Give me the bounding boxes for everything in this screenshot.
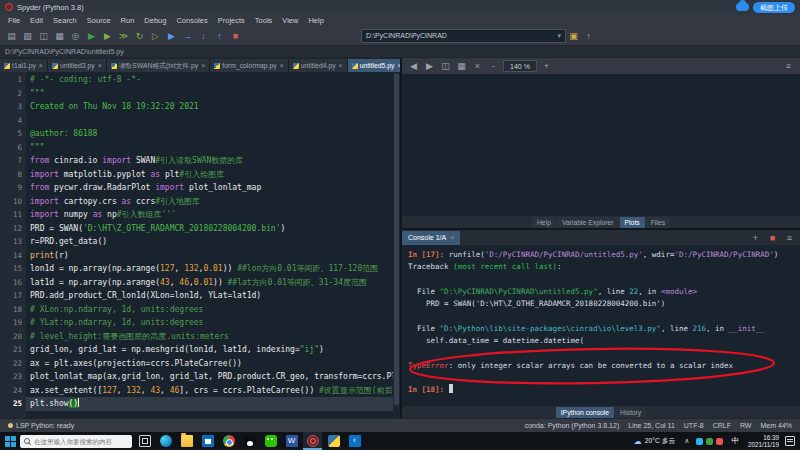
editor-tab-2[interactable]: untitled3.py× [48, 59, 107, 72]
browse-directory-button[interactable]: ▣ [566, 28, 581, 43]
remove-plot-button[interactable]: × [470, 59, 485, 74]
menu-item-file[interactable]: File [3, 16, 25, 25]
line-number[interactable]: 17 [0, 289, 22, 303]
start-button[interactable] [3, 434, 17, 448]
tray-app-icon-2[interactable] [706, 438, 713, 445]
menu-item-tools[interactable]: Tools [250, 16, 278, 25]
line-number[interactable]: 2 [0, 87, 22, 101]
console-bottom-tab-ipython-console[interactable]: IPython console [556, 407, 614, 418]
line-number[interactable]: 23 [0, 370, 22, 384]
menu-item-debug[interactable]: Debug [139, 16, 171, 25]
step-into-button[interactable]: ↓ [196, 28, 211, 43]
line-number[interactable]: 19 [0, 316, 22, 330]
step-over-button[interactable]: → [180, 28, 195, 43]
menu-item-help[interactable]: Help [303, 16, 328, 25]
close-tab-icon[interactable]: × [201, 62, 205, 69]
line-number[interactable]: 21 [0, 343, 22, 357]
editor-scrollbar[interactable] [393, 72, 400, 418]
new-console-button[interactable]: + [748, 230, 763, 245]
vscode-taskbar-button[interactable] [345, 432, 364, 450]
editor-tab-1[interactable]: t1al1.py× [0, 59, 48, 72]
taskbar-search[interactable] [20, 435, 132, 448]
explorer-taskbar-button[interactable] [177, 432, 196, 450]
taskbar-clock[interactable]: 16:39 2021/11/19 [745, 434, 782, 448]
pane-tab-help[interactable]: Help [532, 217, 556, 228]
copy-plot-button[interactable]: ▦ [454, 59, 469, 74]
line-number[interactable]: 9 [0, 181, 22, 195]
word-taskbar-button[interactable] [282, 432, 301, 450]
weather-widget[interactable]: ☁ 20°C 多云 [630, 436, 680, 446]
line-number[interactable]: 7 [0, 154, 22, 168]
next-plot-button[interactable]: ▶ [422, 59, 437, 74]
rerun-cell-button[interactable]: ↻ [132, 28, 147, 43]
code-editor[interactable]: 1234567891011121314151617181920212223242… [0, 72, 400, 418]
line-number[interactable]: 6 [0, 141, 22, 155]
menu-item-consoles[interactable]: Consoles [171, 16, 212, 25]
menu-item-projects[interactable]: Projects [213, 16, 250, 25]
close-tab-icon[interactable]: × [339, 62, 343, 69]
edge-taskbar-button[interactable] [156, 432, 175, 450]
line-number[interactable]: 22 [0, 357, 22, 371]
menu-item-source[interactable]: Source [82, 16, 116, 25]
menu-item-run[interactable]: Run [116, 16, 140, 25]
tray-app-icon-1[interactable] [696, 438, 703, 445]
working-directory-combo[interactable]: D:\PyCINRAD\PyCINRAD ▾ [361, 29, 566, 43]
pane-tab-variable-explorer[interactable]: Variable Explorer [557, 217, 619, 228]
find-button[interactable]: ◎ [68, 28, 83, 43]
store-taskbar-button[interactable] [198, 432, 217, 450]
pane-options-icon[interactable]: ≡ [781, 59, 796, 74]
python-taskbar-button[interactable] [324, 432, 343, 450]
console-output[interactable]: In [17]: runfile('D:/PyCINRAD/PyCINRAD/u… [402, 245, 800, 406]
chrome-taskbar-button[interactable] [219, 432, 238, 450]
line-number[interactable]: 10 [0, 195, 22, 209]
input-method-indicator[interactable]: 中 [728, 436, 742, 446]
pane-tab-files[interactable]: Files [646, 217, 670, 228]
zoom-in-button[interactable]: + [539, 59, 554, 74]
notification-center-icon[interactable] [785, 436, 795, 446]
line-number[interactable]: 16 [0, 276, 22, 290]
line-number[interactable]: 15 [0, 262, 22, 276]
task-view-taskbar-button[interactable] [135, 432, 154, 450]
wechat-taskbar-button[interactable] [261, 432, 280, 450]
menu-item-edit[interactable]: Edit [25, 16, 48, 25]
line-number[interactable]: 12 [0, 222, 22, 236]
parent-directory-button[interactable]: ↑ [581, 28, 596, 43]
interrupt-kernel-button[interactable]: ■ [765, 230, 780, 245]
screenshot-upload-button[interactable]: 截图上传 [753, 2, 795, 13]
pane-tab-plots[interactable]: Plots [620, 217, 645, 228]
menu-item-search[interactable]: Search [48, 16, 82, 25]
line-number[interactable]: 14 [0, 249, 22, 263]
search-input[interactable] [34, 438, 128, 445]
line-number[interactable]: 8 [0, 168, 22, 182]
save-all-button[interactable]: ▦ [52, 28, 67, 43]
close-tab-icon[interactable]: × [39, 62, 43, 69]
run-cell-button[interactable]: ▶ [100, 28, 115, 43]
line-number[interactable]: 3 [0, 100, 22, 114]
line-number[interactable]: 4 [0, 114, 22, 128]
spyder-taskbar-button[interactable] [303, 432, 322, 450]
scrollbar-handle[interactable] [394, 73, 399, 405]
run-button[interactable]: ▶ [84, 28, 99, 43]
line-number[interactable]: 1 [0, 73, 22, 87]
zoom-out-button[interactable]: - [486, 59, 501, 74]
previous-plot-button[interactable]: ◀ [406, 59, 421, 74]
close-tab-icon[interactable]: × [98, 62, 102, 69]
tray-app-icon-3[interactable] [716, 438, 723, 445]
close-tab-icon[interactable]: × [280, 62, 284, 69]
tray-expand-icon[interactable]: ∧ [682, 437, 691, 445]
line-number-gutter[interactable]: 1234567891011121314151617181920212223242… [0, 72, 26, 418]
new-file-button[interactable]: ▤ [4, 28, 19, 43]
editor-tab-6[interactable]: untitled5.py× [348, 59, 400, 72]
line-number[interactable]: 11 [0, 208, 22, 222]
run-selection-button[interactable]: ▷ [148, 28, 163, 43]
close-console-icon[interactable]: × [450, 234, 454, 241]
line-number[interactable]: 20 [0, 330, 22, 344]
menu-item-view[interactable]: View [277, 16, 303, 25]
line-number[interactable]: 18 [0, 303, 22, 317]
zoom-level-box[interactable]: 140 % [503, 60, 537, 72]
console-bottom-tab-history[interactable]: History [615, 407, 646, 418]
line-number[interactable]: 25 [0, 397, 22, 411]
line-number[interactable]: 24 [0, 384, 22, 398]
editor-tab-4[interactable]: form_colormap.py× [210, 59, 289, 72]
console-options-icon[interactable]: ≡ [782, 230, 797, 245]
